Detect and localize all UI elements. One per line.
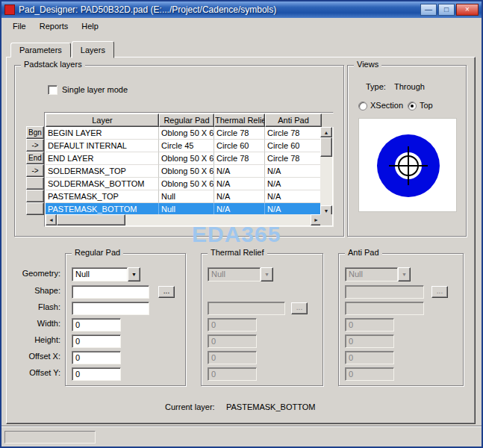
horizontal-scroll-thumb[interactable] [57,214,125,225]
views-group: Views Type: Through XSection Top [347,65,467,237]
table-row[interactable]: SOLDERMASK_TOP Oblong 50 X 60 N/A N/A [46,165,322,178]
cell-layer[interactable]: PASTEMASK_TOP [46,190,159,203]
cell-layer[interactable]: END LAYER [46,152,159,165]
cell-layer[interactable]: SOLDERMASK_BOTTOM [46,178,159,190]
vertical-scrollbar[interactable]: ▲ ▼ [320,127,332,216]
cell-thermal-relief[interactable]: N/A [214,190,265,203]
cell-regular-pad[interactable]: Null [159,190,214,203]
menu-help[interactable]: Help [75,19,105,33]
regular-width-input[interactable] [72,318,121,332]
row-marker-bgn[interactable]: Bgn [26,126,44,139]
type-label: Type: [366,82,386,91]
flash-label: Flash: [13,302,60,311]
table-row[interactable]: PASTEMASK_TOP Null N/A N/A [46,190,322,203]
titlebar[interactable]: Pad_Designer: PAD50B32D.pad (E:.../Proje… [1,1,482,18]
thermal-relief-group-title: Thermal Relief [208,248,267,257]
layers-tab-panel: Padstack layers Single layer mode Bgn ->… [6,57,476,424]
tab-strip: Parameters Layers [10,40,115,57]
row-marker-arrow[interactable]: -> [26,139,44,152]
thermal-shape-browse-button: ... [291,302,308,314]
xsection-radio[interactable] [358,102,367,111]
cell-regular-pad[interactable]: Oblong 50 X 60 [159,152,214,165]
header-filler [322,113,334,127]
menu-file[interactable]: File [6,19,33,33]
table-row[interactable]: DEFAULT INTERNAL Circle 45 Circle 60 Cir… [46,140,322,152]
cell-anti-pad[interactable]: N/A [265,178,322,190]
scroll-left-icon[interactable]: ◄ [46,214,57,225]
regular-geometry-value: Null [72,267,128,281]
statusbar [1,426,482,447]
xsection-radio-label: XSection [370,101,403,110]
top-radio[interactable] [408,102,417,111]
cell-anti-pad[interactable]: Circle 60 [265,140,322,152]
table-row[interactable]: END LAYER Oblong 50 X 60 Circle 78 Circl… [46,152,322,165]
close-button[interactable]: × [456,4,479,16]
cell-layer[interactable]: BEGIN LAYER [46,127,159,140]
scrollbar-corner [320,214,332,225]
chevron-down-icon[interactable]: ▼ [128,267,140,281]
regular-flash-input[interactable] [72,302,149,315]
column-header-thermal-relief[interactable]: Thermal Relief [214,113,265,127]
row-marker-empty[interactable] [26,202,44,215]
cell-regular-pad[interactable]: Circle 45 [159,140,214,152]
tab-layers[interactable]: Layers [72,41,114,58]
padstack-layers-group-title: Padstack layers [21,60,85,69]
regular-height-input[interactable] [72,335,121,348]
pad-preview [358,118,457,212]
row-marker-arrow[interactable]: -> [26,164,44,177]
height-label: Height: [13,335,60,344]
maximize-button[interactable]: □ [438,4,455,16]
menu-reports[interactable]: Reports [33,19,75,33]
regular-shape-input[interactable] [72,285,149,299]
regular-offset-x-input[interactable] [72,351,121,364]
scroll-up-icon[interactable]: ▲ [320,127,332,137]
anti-offset-x-input [345,351,394,364]
window-title: Pad_Designer: PAD50B32D.pad (E:.../Proje… [19,4,419,15]
row-marker-empty[interactable] [26,190,44,202]
offset-x-label: Offset X: [13,352,60,361]
thermal-geometry-value: Null [208,267,261,281]
table-header: Layer Regular Pad Thermal Relief Anti Pa… [46,113,334,127]
thermal-relief-group: Thermal Relief Null ▼ ... [201,253,323,386]
cell-thermal-relief[interactable]: Circle 78 [214,152,265,165]
row-marker-empty[interactable] [26,177,44,190]
cell-anti-pad[interactable]: N/A [265,190,322,203]
single-layer-mode-checkbox[interactable] [48,85,57,95]
offset-y-label: Offset Y: [13,368,60,377]
cell-thermal-relief[interactable]: N/A [214,178,265,190]
column-header-layer[interactable]: Layer [46,113,159,127]
current-layer-label: Current layer: [165,402,215,411]
cell-thermal-relief[interactable]: Circle 78 [214,127,265,140]
thermal-width-input [208,318,257,332]
vertical-scroll-thumb[interactable] [320,137,332,157]
cell-regular-pad[interactable]: Oblong 50 X 60 [159,165,214,178]
app-icon[interactable] [4,4,15,15]
anti-shape-browse-button: ... [431,286,448,298]
cell-anti-pad[interactable]: Circle 78 [265,127,322,140]
cell-layer[interactable]: DEFAULT INTERNAL [46,140,159,152]
cell-thermal-relief[interactable]: N/A [214,165,265,178]
anti-geometry-value: Null [345,267,398,281]
tab-parameters[interactable]: Parameters [10,43,71,57]
cell-regular-pad[interactable]: Oblong 50 X 60 [159,178,214,190]
anti-shape-input [345,285,424,299]
cell-anti-pad[interactable]: N/A [265,165,322,178]
chevron-down-icon: ▼ [398,267,411,281]
regular-shape-browse-button[interactable]: ... [158,286,175,298]
cell-layer[interactable]: SOLDERMASK_TOP [46,165,159,178]
current-layer-value: PASTEMASK_BOTTOM [226,402,315,411]
cell-regular-pad[interactable]: Oblong 50 X 60 [159,127,214,140]
column-header-anti-pad[interactable]: Anti Pad [265,113,322,127]
regular-geometry-dropdown[interactable]: Null ▼ [72,267,140,281]
type-value: Through [394,82,425,91]
table-row[interactable]: SOLDERMASK_BOTTOM Oblong 50 X 60 N/A N/A [46,178,322,190]
thermal-geometry-dropdown: Null ▼ [208,267,273,281]
regular-offset-y-input[interactable] [72,367,121,381]
minimize-button[interactable]: — [420,4,437,16]
table-row[interactable]: BEGIN LAYER Oblong 50 X 60 Circle 78 Cir… [46,127,322,140]
row-marker-end[interactable]: End [26,152,44,164]
cell-anti-pad[interactable]: Circle 78 [265,152,322,165]
padstack-layers-group: Padstack layers Single layer mode Bgn ->… [14,65,344,237]
cell-thermal-relief[interactable]: Circle 60 [214,140,265,152]
column-header-regular-pad[interactable]: Regular Pad [159,113,214,127]
